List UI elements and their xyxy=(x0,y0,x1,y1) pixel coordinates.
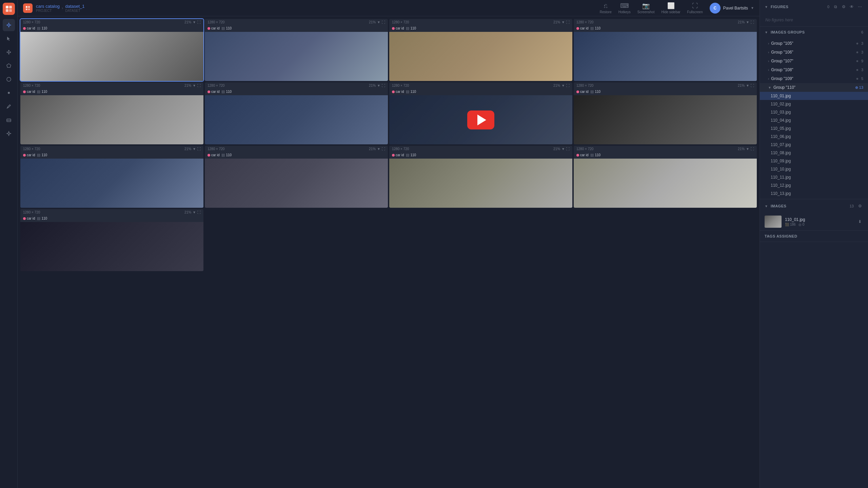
image-tile-11[interactable]: 1280 × 720 21% ▼ ⛶ car id ▤ 110 xyxy=(389,146,572,208)
tile-expand-icon[interactable]: ⛶ xyxy=(197,147,201,151)
tile-expand-icon[interactable]: ⛶ xyxy=(197,20,201,24)
zoom-chevron-icon[interactable]: ▼ xyxy=(561,20,565,24)
image-tile-10[interactable]: 1280 × 720 21% ▼ ⛶ car id ▤ 110 xyxy=(205,146,388,208)
tile-image[interactable] xyxy=(20,222,203,271)
group-item-2[interactable]: › Group "107" ⊕ 9 xyxy=(760,57,868,65)
tile-expand-icon[interactable]: ⛶ xyxy=(751,84,754,87)
image-tile-3[interactable]: 1280 × 720 21% ▼ ⛶ car id ▤ 110 xyxy=(389,19,572,81)
zoom-chevron-icon[interactable]: ▼ xyxy=(746,20,749,24)
file-item-1[interactable]: 110_02.jpg xyxy=(760,100,868,108)
group-item-3[interactable]: › Group "108" ⊕ 3 xyxy=(760,65,868,74)
tile-expand-icon[interactable]: ⛶ xyxy=(566,20,570,24)
group-item-0[interactable]: › Group "105" ⊕ 3 xyxy=(760,39,868,48)
images-groups-header[interactable]: ▼ Images groups 6 xyxy=(760,27,868,38)
tile-image[interactable] xyxy=(574,32,757,81)
zoom-chevron-icon[interactable]: ▼ xyxy=(193,84,196,87)
figures-section-header[interactable]: ▼ FIGURES 0 ⧉ ⚙ 👁 ⋯ xyxy=(760,0,868,14)
tile-image[interactable] xyxy=(389,95,572,144)
app-logo[interactable] xyxy=(3,3,15,15)
tile-expand-icon[interactable]: ⛶ xyxy=(566,147,570,151)
image-tile-8[interactable]: 1280 × 720 21% ▼ ⛶ car id ▤ 110 xyxy=(574,82,757,144)
file-item-6[interactable]: 110_07.jpg xyxy=(760,141,868,149)
file-item-10[interactable]: 110_11.jpg xyxy=(760,173,868,181)
file-item-9[interactable]: 110_10.jpg xyxy=(760,165,868,173)
restore-button[interactable]: ⎌ Restore xyxy=(600,2,612,14)
youtube-play-button[interactable] xyxy=(467,110,494,129)
fullscreen-button[interactable]: ⛶ Fullscreen xyxy=(687,2,703,14)
tile-expand-icon[interactable]: ⛶ xyxy=(751,20,754,24)
youtube-overlay[interactable] xyxy=(389,95,572,144)
image-tile-7[interactable]: 1280 × 720 21% ▼ ⛶ car id ▤ 110 xyxy=(389,82,572,144)
user-profile[interactable]: C Pavel Bartsits ▼ xyxy=(710,3,754,14)
file-item-7[interactable]: 110_08.jpg xyxy=(760,149,868,157)
tool-circle[interactable] xyxy=(3,73,15,85)
image-tile-6[interactable]: 1280 × 720 21% ▼ ⛶ car id ▤ 110 xyxy=(205,82,388,144)
tool-pen[interactable] xyxy=(3,100,15,113)
zoom-chevron-icon[interactable]: ▼ xyxy=(193,210,196,214)
zoom-chevron-icon[interactable]: ▼ xyxy=(561,84,565,87)
file-item-2[interactable]: 110_03.jpg xyxy=(760,108,868,116)
file-item-12[interactable]: 110_13.jpg xyxy=(760,189,868,198)
tile-expand-icon[interactable]: ⛶ xyxy=(382,84,385,87)
breadcrumb-project[interactable]: cars catalog PROJECT xyxy=(36,4,60,13)
group-item-5[interactable]: ▼ Group "110" ⊕ 13 xyxy=(760,83,868,92)
figures-filter-btn[interactable]: ⚙ xyxy=(840,3,847,10)
tool-magic[interactable] xyxy=(3,127,15,140)
image-tile-1[interactable]: 1280 × 720 21% ▼ ⛶ car id ▤ 110 xyxy=(20,19,203,81)
tile-image[interactable] xyxy=(389,32,572,81)
tile-expand-icon[interactable]: ⛶ xyxy=(197,210,201,214)
tile-expand-icon[interactable]: ⛶ xyxy=(197,84,201,87)
zoom-chevron-icon[interactable]: ▼ xyxy=(377,147,380,151)
group-item-4[interactable]: › Group "109" ⊕ 5 xyxy=(760,74,868,83)
hotkeys-button[interactable]: ⌨ Hotkeys xyxy=(618,2,631,14)
tile-dimensions: 1280 × 720 xyxy=(23,147,40,151)
tile-image[interactable] xyxy=(205,32,388,81)
zoom-chevron-icon[interactable]: ▼ xyxy=(746,147,749,151)
tile-expand-icon[interactable]: ⛶ xyxy=(382,147,385,151)
file-item-5[interactable]: 110_06.jpg xyxy=(760,133,868,141)
tile-image[interactable] xyxy=(389,159,572,208)
tile-expand-icon[interactable]: ⛶ xyxy=(751,147,754,151)
file-item-11[interactable]: 110_12.jpg xyxy=(760,181,868,189)
screenshot-button[interactable]: 📷 Screenshot xyxy=(637,2,655,14)
image-tile-5[interactable]: 1280 × 720 21% ▼ ⛶ car id ▤ 110 xyxy=(20,82,203,144)
tile-image[interactable] xyxy=(574,159,757,208)
tile-image[interactable] xyxy=(20,95,203,144)
zoom-chevron-icon[interactable]: ▼ xyxy=(377,20,380,24)
tile-expand-icon[interactable]: ⛶ xyxy=(566,84,570,87)
file-item-4[interactable]: 110_05.jpg xyxy=(760,124,868,133)
zoom-chevron-icon[interactable]: ▼ xyxy=(193,20,196,24)
group-item-1[interactable]: › Group "106" ⊕ 3 xyxy=(760,48,868,57)
tile-image[interactable] xyxy=(574,95,757,144)
tile-expand-icon[interactable]: ⛶ xyxy=(382,20,385,24)
images-filter-btn[interactable]: ⚙ xyxy=(856,203,863,209)
breadcrumb-dataset[interactable]: dataset_1 DATASET xyxy=(65,4,84,13)
zoom-chevron-icon[interactable]: ▼ xyxy=(193,147,196,151)
tile-image[interactable] xyxy=(20,159,203,208)
tile-image[interactable] xyxy=(20,32,203,81)
figures-delete-btn[interactable]: ⋯ xyxy=(856,3,863,10)
image-download-btn[interactable]: ⬇ xyxy=(856,218,863,225)
tile-image[interactable] xyxy=(205,159,388,208)
zoom-chevron-icon[interactable]: ▼ xyxy=(746,84,749,87)
tool-eraser[interactable] xyxy=(3,114,15,126)
figures-hide-btn[interactable]: 👁 xyxy=(848,3,855,10)
image-tile-13[interactable]: 1280 × 720 21% ▼ ⛶ car id ▤ 110 xyxy=(20,209,203,271)
image-tile-4[interactable]: 1280 × 720 21% ▼ ⛶ car id ▤ 110 xyxy=(574,19,757,81)
tool-point[interactable] xyxy=(3,87,15,99)
tool-select[interactable] xyxy=(3,33,15,45)
zoom-chevron-icon[interactable]: ▼ xyxy=(377,84,380,87)
file-item-0[interactable]: 110_01.jpg xyxy=(760,92,868,100)
image-tile-12[interactable]: 1280 × 720 21% ▼ ⛶ car id ▤ 110 xyxy=(574,146,757,208)
hide-sidebar-button[interactable]: ⬜ Hide sidebar xyxy=(661,2,680,14)
file-item-3[interactable]: 110_04.jpg xyxy=(760,116,868,124)
zoom-chevron-icon[interactable]: ▼ xyxy=(561,147,565,151)
image-tile-2[interactable]: 1280 × 720 21% ▼ ⛶ car id ▤ 110 xyxy=(205,19,388,81)
tile-image[interactable] xyxy=(205,95,388,144)
figures-copy-btn[interactable]: ⧉ xyxy=(832,3,839,10)
tool-polygon[interactable] xyxy=(3,60,15,72)
image-tile-9[interactable]: 1280 × 720 21% ▼ ⛶ car id ▤ 110 xyxy=(20,146,203,208)
tool-move[interactable] xyxy=(3,46,15,58)
file-item-8[interactable]: 110_09.jpg xyxy=(760,157,868,165)
tool-cursor[interactable] xyxy=(3,19,15,31)
